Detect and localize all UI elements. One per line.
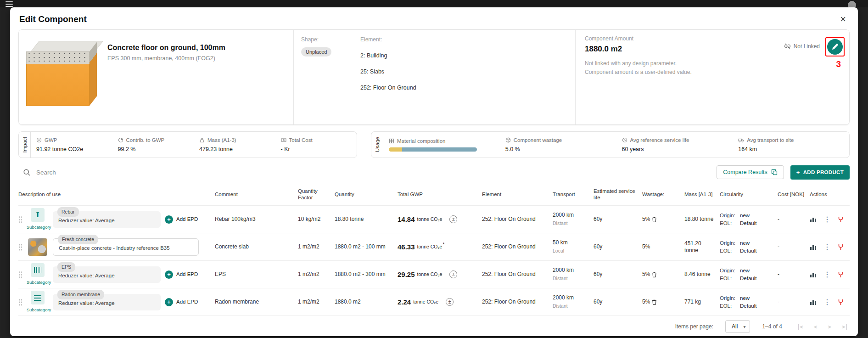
drag-handle[interactable] (18, 216, 22, 223)
fork-icon (838, 299, 844, 305)
shape-label: Shape: (301, 36, 360, 43)
material-card[interactable]: Radon membrane Reduzer value: Average (53, 294, 161, 310)
pencil-icon (831, 43, 839, 51)
total-gwp-cell: 2.24 tonne CO₂e ± (398, 298, 482, 306)
plus-icon: + (165, 270, 173, 279)
waste-bin-icon (652, 272, 657, 277)
fork-icon (838, 271, 844, 278)
search-input[interactable] (35, 169, 184, 176)
category-label: Subcategory (27, 306, 49, 313)
composition-icon (389, 138, 394, 144)
impact-strip: Impact GWP 91.92 tonne CO2e Contrib. to … (18, 131, 357, 158)
chart-button[interactable] (810, 244, 817, 250)
quantity-factor-cell: 10 kg/m2 (298, 216, 335, 223)
pie-icon (118, 137, 123, 143)
total-gwp-cell: 14.84 tonne CO₂e ± (398, 215, 482, 223)
edit-amount-button[interactable] (827, 39, 843, 55)
uncertainty-icon[interactable]: ± (449, 270, 457, 278)
col-quantity-factor: Quantity Factor (298, 183, 335, 205)
material-card[interactable]: Rebar Reduzer value: Average (53, 211, 161, 228)
search-box (18, 169, 717, 176)
actions-cell: ⋮ (810, 242, 849, 251)
comment-cell: Rebar 100kg/m3 (215, 216, 298, 223)
add-epd-button[interactable]: + Add EPD (165, 270, 198, 279)
app-topbar (0, 0, 868, 7)
uncertainty-icon[interactable]: ± (446, 298, 454, 306)
first-page-icon[interactable]: |< (797, 323, 803, 330)
mass-cell: 771 kg (684, 299, 720, 305)
swap-version-button[interactable] (838, 244, 844, 250)
material-card[interactable]: EPS Reduzer value: Average (53, 266, 161, 283)
drag-handle[interactable] (18, 271, 22, 278)
row-menu-button[interactable]: ⋮ (823, 270, 831, 279)
element-item: 252: Floor On Ground (360, 84, 575, 91)
plus-icon: + (165, 215, 173, 224)
col-total-gwp: Total GWP (398, 186, 482, 202)
col-element: Element (482, 186, 553, 202)
table-toolbar: Compare Results + ADD PRODUCT (18, 164, 850, 180)
modal-header: Edit Component × (18, 7, 850, 29)
metric-mass: Mass (A1-3) 479.23 tonne (194, 137, 275, 152)
last-page-icon[interactable]: >| (842, 323, 848, 330)
transport-cell: 2000 km Distant (553, 294, 594, 310)
wastage-cell: 5% (642, 299, 684, 305)
waste-bin-icon (652, 217, 657, 222)
mass-cell: 18.80 tonne (684, 216, 720, 223)
material-composition-bar (389, 147, 477, 152)
row-menu-button[interactable]: ⋮ (823, 242, 831, 251)
component-amount-value: 1880.0 m2 (585, 45, 692, 54)
cost-cell: - (778, 271, 810, 278)
metric-component-wastage: Component wastage 5.0 % (500, 137, 616, 152)
product-photo (28, 238, 47, 256)
drag-handle[interactable] (18, 243, 22, 251)
component-summary-card: Concrete floor on ground, 100mm EPS 300 … (18, 29, 850, 125)
range-label: 1–4 of 4 (762, 323, 782, 330)
quantity-cell: 1880.0 m2 (335, 299, 398, 305)
swap-version-button[interactable] (838, 299, 844, 305)
amount-note: Not linked with any design parameter. (585, 59, 692, 68)
swap-version-button[interactable] (838, 216, 844, 223)
table-row: Fresh concrete Cast-in-place concrete - … (18, 233, 850, 260)
compare-results-button[interactable]: Compare Results (717, 165, 784, 179)
chart-button[interactable] (810, 216, 817, 223)
component-image (22, 36, 101, 111)
element-cell: 252: Floor On Ground (482, 299, 553, 305)
chart-button[interactable] (810, 271, 817, 278)
shape-section: Shape: Unplaced (294, 30, 360, 124)
row-menu-button[interactable]: ⋮ (823, 215, 831, 224)
swap-version-button[interactable] (838, 271, 844, 278)
comment-cell: Concrete slab (215, 243, 298, 250)
chart-button[interactable] (810, 299, 817, 305)
row-menu-button[interactable]: ⋮ (823, 298, 831, 306)
element-label: Element: (360, 36, 575, 43)
category-label: Subcategory (27, 224, 49, 231)
close-icon[interactable]: × (837, 13, 849, 25)
usage-section-label: Usage (375, 137, 380, 152)
link-off-icon (784, 43, 791, 50)
col-cost: Cost [NOK] (778, 186, 810, 202)
element-item: 25: Slabs (360, 68, 575, 75)
items-per-page-select[interactable]: All ▾ (725, 320, 750, 333)
next-page-icon[interactable]: > (828, 323, 831, 330)
add-product-button[interactable]: + ADD PRODUCT (790, 165, 850, 180)
transport-cell: 50 km Local (553, 239, 594, 254)
items-per-page-label: Items per page: (675, 323, 713, 330)
amount-note: Component amount is a user-defined value… (585, 68, 692, 77)
circularity-cell: Origin:new EOL:Default (720, 266, 778, 283)
menu-icon[interactable] (6, 1, 13, 8)
fork-icon (838, 216, 844, 223)
drag-handle[interactable] (18, 299, 22, 306)
element-cell: 252: Floor On Ground (482, 271, 553, 278)
box-icon (505, 137, 511, 143)
search-icon (23, 169, 31, 176)
cost-cell: - (778, 243, 810, 250)
prev-page-icon[interactable]: < (814, 323, 817, 330)
add-epd-button[interactable]: + Add EPD (165, 298, 198, 306)
uncertainty-icon[interactable]: ± (449, 215, 457, 223)
service-life-cell: 60y (594, 216, 642, 223)
actions-cell: ⋮ (810, 298, 849, 306)
material-card[interactable]: Fresh concrete Cast-in-place concrete - … (53, 238, 199, 256)
add-epd-button[interactable]: + Add EPD (165, 215, 198, 224)
bar-chart-icon (810, 271, 817, 278)
element-cell: 252: Floor On Ground (482, 216, 553, 223)
